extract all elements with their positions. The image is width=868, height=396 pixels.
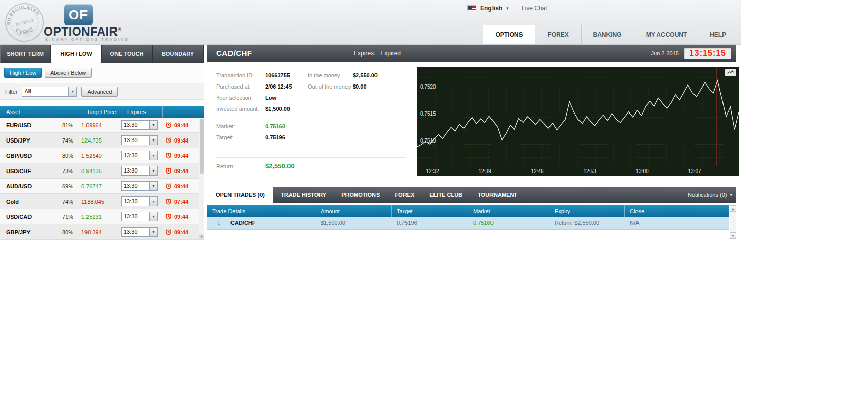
expiry-select[interactable]: 13:30▼ [121, 166, 158, 176]
scroll-down-icon[interactable]: ▼ [730, 232, 736, 238]
subtab-high-low[interactable]: High / Low [4, 68, 42, 78]
language-selector[interactable]: English [480, 5, 502, 12]
option-type-tabs: SHORT TERM HIGH / LOW ONE TOUCH BOUNDARY [0, 45, 204, 63]
nav-tab-forex[interactable]: FOREX [535, 25, 581, 44]
expiry-select[interactable]: 13:30▼ [121, 227, 158, 237]
tab-tournament[interactable]: TOURNAMENT [470, 187, 525, 203]
logo: EU REGULATED № 216/13 CySEC OF OPTIONFAI… [3, 1, 156, 44]
filter-select-value: All [22, 87, 68, 96]
countdown: 09:44 [163, 122, 204, 128]
chevron-down-icon[interactable]: ▾ [506, 6, 509, 11]
nav-tab-my-account[interactable]: MY ACCOUNT [633, 25, 700, 44]
return-value: $2,550.00 [265, 162, 295, 170]
return-label: Return: [216, 163, 265, 169]
divider [216, 157, 406, 158]
advanced-button[interactable]: Advanced [81, 87, 118, 97]
col-expires: Expires [121, 106, 163, 118]
main-panel: CAD/CHF Expires: Expired Jun 2 2015 13:1… [207, 45, 736, 240]
asset-list-scrollbar[interactable]: ▼ [199, 118, 204, 240]
expiry-select[interactable]: 13:30▼ [121, 181, 158, 191]
asset-row-audusd[interactable]: AUD/USD69% 0.76747 13:30▼ 09:44 [0, 179, 204, 194]
filter-label: Filter [5, 89, 17, 95]
transaction-id-label: Transaction ID: [216, 72, 265, 78]
tab-high-low[interactable]: HIGH / LOW [51, 45, 102, 63]
expiry-select[interactable]: 13:30▼ [121, 196, 158, 206]
svg-text:12:53: 12:53 [583, 168, 596, 174]
chart-icon [727, 70, 734, 75]
asset-row-gold[interactable]: Gold74% 1188.045 13:30▼ 07:44 [0, 194, 204, 209]
chevron-down-icon: ▼ [149, 212, 157, 221]
scroll-up-icon[interactable]: ▲ [730, 206, 736, 212]
tab-one-touch[interactable]: ONE TOUCH [102, 45, 153, 63]
chevron-down-icon: ▼ [149, 182, 157, 190]
asset-row-gbpjpy[interactable]: GBP/JPY80% 190.394 13:30▼ 09:44 [0, 224, 204, 240]
asset-price: 1.09964 [80, 122, 121, 128]
countdown: 07:44 [163, 198, 204, 205]
notifications-dropdown[interactable]: Notifications (0) ▾ [688, 187, 732, 203]
trade-close: N/A [625, 220, 729, 226]
expires-value: Expired [380, 50, 401, 57]
clock-icon [165, 183, 172, 189]
market-label: Market: [216, 123, 265, 129]
clock-icon [165, 122, 172, 128]
asset-name: USD/CHF [6, 168, 31, 174]
live-chat-link[interactable]: Live Chat [522, 5, 547, 12]
expiry-select[interactable]: 13:30▼ [121, 151, 158, 160]
clock-icon [165, 167, 172, 174]
asset-row-eurusd[interactable]: EUR/USD81% 1.09964 13:30▼ 09:44 [0, 118, 204, 133]
of-logo-icon: OF [64, 4, 93, 25]
tab-boundary[interactable]: BOUNDARY [153, 45, 204, 63]
scroll-down-icon[interactable]: ▼ [199, 234, 204, 240]
trades-scrollbar[interactable]: ▲ ▼ [730, 205, 736, 239]
expiry-select[interactable]: 13:30▼ [121, 135, 158, 145]
purchased-at-value: 2/06 12:45 [265, 83, 292, 90]
divider [515, 4, 515, 12]
chevron-down-icon: ▼ [149, 166, 157, 175]
expiry-select[interactable]: 13:30▼ [121, 120, 158, 130]
purchased-at-label: Purchased at: [216, 83, 265, 90]
scrollbar-thumb[interactable] [200, 119, 204, 174]
content: SHORT TERM HIGH / LOW ONE TOUCH BOUNDARY… [0, 45, 741, 240]
svg-text:13:07: 13:07 [688, 168, 701, 174]
asset-payout: 69% [62, 183, 73, 189]
col-close: Close [625, 205, 729, 217]
out-money-value: $0.00 [353, 83, 367, 90]
tab-promotions[interactable]: PROMOTIONS [334, 187, 387, 203]
asset-row-usdchf[interactable]: USD/CHF73% 0.94135 13:30▼ 09:44 [0, 163, 204, 179]
tab-open-trades[interactable]: OPEN TRADES (0) [207, 187, 273, 203]
bottom-tabs: OPEN TRADES (0) TRADE HISTORY PROMOTIONS… [207, 187, 736, 203]
chart-type-button[interactable] [725, 69, 736, 76]
asset-table-header: Asset Target Price Expires [0, 106, 204, 118]
filter-bar: Filter All ▼ Advanced [0, 83, 204, 100]
subtab-above-below[interactable]: Above / Below [45, 68, 92, 78]
countdown: 09:44 [163, 152, 204, 159]
tab-forex[interactable]: FOREX [387, 187, 422, 203]
brand-text: OPTIONFAIR [44, 25, 118, 38]
tab-elite-club[interactable]: ELITE CLUB [422, 187, 470, 203]
selection-label: Your selection: [216, 95, 265, 101]
asset-row-gbpusd[interactable]: GBP/USD80% 1.52640 13:30▼ 09:44 [0, 148, 204, 163]
stamp-number: № 216/13 [15, 18, 34, 27]
nav-tab-banking[interactable]: BANKING [581, 25, 633, 44]
asset-name: GBP/JPY [6, 229, 31, 235]
asset-row-usdjpy[interactable]: USD/JPY74% 124.735 13:30▼ 09:44 [0, 133, 204, 148]
asset-row-usdcad[interactable]: USD/CAD71% 1.25231 13:30▼ 09:44 [0, 209, 204, 224]
asset-price: 0.76747 [80, 183, 121, 189]
trade-header: CAD/CHF Expires: Expired Jun 2 2015 13:1… [207, 45, 736, 62]
trading-app: EU REGULATED № 216/13 CySEC OF OPTIONFAI… [0, 0, 741, 240]
tab-short-term[interactable]: SHORT TERM [0, 45, 51, 63]
divider [216, 118, 406, 118]
filter-select[interactable]: All ▼ [22, 87, 77, 97]
asset-payout: 71% [62, 214, 73, 220]
nav-tab-options[interactable]: OPTIONS [483, 25, 535, 44]
chevron-down-icon: ▼ [149, 197, 157, 206]
trade-expiry: Return: $2,550.00 [549, 220, 625, 226]
asset-price: 1188.045 [80, 199, 121, 205]
asset-name: USD/CAD [6, 214, 32, 220]
expiry-select[interactable]: 13:30▼ [121, 212, 158, 221]
utility-bar: English ▾ Live Chat [467, 4, 547, 13]
tab-trade-history[interactable]: TRADE HISTORY [273, 187, 334, 203]
nav-tab-help[interactable]: HELP [700, 25, 736, 44]
chevron-down-icon: ▼ [149, 121, 157, 129]
chevron-down-icon: ▼ [149, 136, 157, 145]
